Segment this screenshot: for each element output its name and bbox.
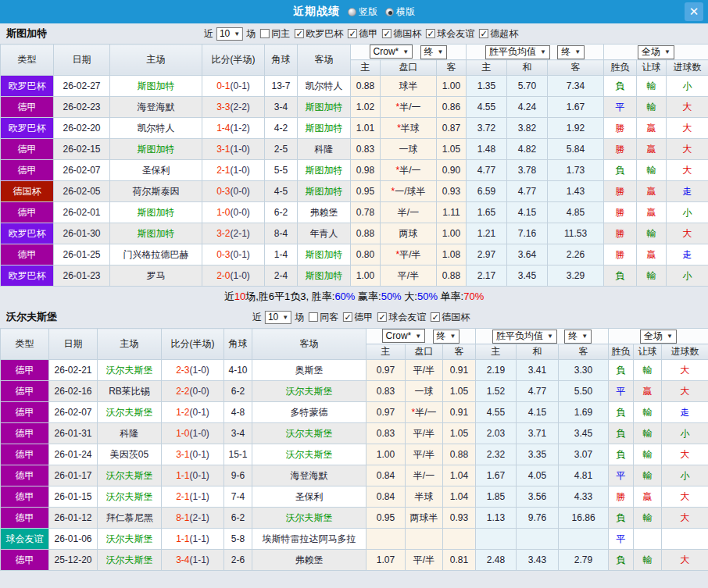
match-rows: 德甲26-02-21沃尔夫斯堡2-3(1-0)4-10奥斯堡0.97平/半0.9… — [1, 360, 708, 571]
league-badge: 德甲 — [1, 508, 49, 529]
summary-part: 60% — [334, 290, 355, 302]
col-header-type: 类型 — [1, 45, 54, 76]
average-stage-select[interactable]: 终▼ — [557, 45, 585, 59]
radio-selected-icon[interactable] — [385, 8, 394, 16]
crow-home-odds: 0.83 — [367, 423, 406, 444]
result: 平 — [604, 97, 637, 118]
sub-header-goals: 进球数 — [662, 344, 708, 360]
league-badge: 德甲 — [1, 202, 54, 223]
home-team: 科隆 — [98, 423, 162, 444]
checkbox-icon[interactable]: ✓ — [382, 29, 392, 38]
checkbox-icon[interactable] — [260, 29, 270, 38]
radio-unselected-icon[interactable] — [348, 8, 356, 16]
home-team: 门兴格拉德巴赫 — [110, 244, 202, 265]
competition-filter[interactable]: ✓欧罗巴杯 — [295, 27, 343, 41]
competition-filter[interactable]: ✓德超杯 — [479, 27, 518, 41]
summary-part: 50% — [381, 290, 402, 302]
goals-result: 大 — [667, 223, 708, 244]
checkbox-icon[interactable]: ✓ — [295, 29, 304, 38]
avg-draw-odds: 4.15 — [517, 402, 559, 423]
checkbox-icon[interactable]: ✓ — [426, 29, 435, 38]
games-count-select[interactable]: 10 ▼ — [216, 27, 243, 41]
score-cell: 1-4(1-2) — [202, 118, 265, 139]
competition-filter[interactable]: ✓德甲 — [343, 311, 373, 324]
match-date: 26-01-06 — [49, 529, 98, 550]
result: 負 — [604, 265, 637, 287]
score-cell: 1-1(1-1) — [162, 529, 224, 550]
crow-home-odds: 1.00 — [367, 444, 406, 465]
scope-select[interactable]: 全场▼ — [638, 45, 674, 59]
same-venue-filter[interactable]: 同客 — [309, 311, 338, 324]
goals-result: 小 — [662, 423, 708, 444]
checkbox-icon[interactable]: ✓ — [431, 312, 440, 322]
close-button[interactable]: ✕ — [685, 2, 703, 21]
handicap: *半球 — [381, 118, 437, 139]
corners: 1-4 — [265, 244, 298, 265]
titlebar: 近期战绩 竖版 横版 ✕ — [0, 0, 708, 23]
home-team: 凯尔特人 — [110, 118, 202, 139]
competition-filter[interactable]: ✓德国杯 — [382, 27, 421, 41]
away-team: 沃尔夫斯堡 — [252, 508, 367, 529]
result: 負 — [609, 444, 634, 465]
sub-header-crow-away: 客 — [437, 60, 467, 76]
avg-away-odds: 1.92 — [548, 118, 604, 139]
crow-home-odds: 0.97 — [367, 402, 406, 423]
score-cell: 3-2(2-1) — [202, 223, 265, 244]
match-row: 德甲25-12-20沃尔夫斯堡3-4(1-1)2-6弗赖堡1.07平/半0.81… — [1, 550, 708, 571]
competition-filter[interactable]: ✓德国杯 — [431, 311, 470, 324]
filter-bar: 近 10 ▼ 场 同主 ✓欧罗巴杯✓德甲✓德国杯✓球会友谊✓德超杯 — [204, 27, 518, 41]
competition-filter[interactable]: ✓球会友谊 — [377, 311, 426, 324]
bookmaker-select[interactable]: Crow*▼ — [370, 45, 413, 59]
checkbox-icon[interactable]: ✓ — [343, 312, 352, 322]
avg-draw-odds: 3.56 — [517, 486, 559, 508]
average-stage-select[interactable]: 终▼ — [564, 330, 592, 344]
recent-results-panel: 近期战绩 竖版 横版 ✕ 斯图加特 近 10 ▼ 场 同主 — [0, 0, 708, 588]
match-date: 26-01-24 — [49, 444, 98, 465]
home-team: 美因茨05 — [98, 444, 162, 465]
average-type-select[interactable]: 胜平负均值▼ — [492, 330, 557, 344]
result: 負 — [609, 423, 634, 444]
competition-filter[interactable]: ✓球会友谊 — [426, 27, 474, 41]
checkbox-icon[interactable]: ✓ — [479, 29, 488, 38]
league-badge: 德甲 — [1, 360, 49, 381]
corners: 4-2 — [265, 118, 298, 139]
sub-header-avg-home: 主 — [467, 60, 507, 76]
scope-select[interactable]: 全场▼ — [640, 330, 677, 344]
result: 平 — [609, 529, 634, 550]
handicap — [406, 529, 443, 550]
col-header-corner: 角球 — [265, 45, 298, 76]
away-team: 斯图加特 — [298, 244, 351, 265]
crow-home-odds — [367, 529, 406, 550]
games-count-select[interactable]: 10 ▼ — [265, 311, 291, 324]
odds-stage-select[interactable]: 终▼ — [433, 330, 460, 344]
summary-part: 场,胜6平1负3, 胜率: — [245, 290, 334, 302]
layout-horizontal-option[interactable]: 横版 — [385, 5, 415, 19]
crow-away-odds: 0.90 — [437, 160, 467, 181]
home-team: 圣保利 — [110, 160, 202, 181]
avg-home-odds: 1.21 — [467, 223, 507, 244]
score-cell: 8-1(2-1) — [162, 508, 224, 529]
match-row: 德国杯26-02-05荷尔斯泰因0-3(0-0)4-5斯图加特0.95*一/球半… — [1, 181, 708, 202]
crow-away-odds: 1.08 — [437, 244, 467, 265]
sub-header-goals: 进球数 — [667, 60, 708, 76]
odds-stage-select[interactable]: 终▼ — [420, 45, 448, 59]
layout-vertical-option[interactable]: 竖版 — [348, 5, 377, 19]
league-badge: 欧罗巴杯 — [1, 76, 54, 97]
checkbox-icon[interactable]: ✓ — [348, 29, 357, 38]
checkbox-icon[interactable] — [309, 312, 318, 322]
crow-home-odds: 0.95 — [351, 181, 381, 202]
handicap: *一/球半 — [381, 181, 437, 202]
average-type-select[interactable]: 胜平负均值▼ — [485, 45, 550, 59]
league-badge: 欧罗巴杯 — [1, 265, 54, 287]
result: 勝 — [604, 139, 637, 160]
checkbox-icon[interactable]: ✓ — [377, 312, 387, 322]
crow-away-odds: 0.93 — [437, 181, 467, 202]
crow-away-odds: 1.04 — [443, 486, 476, 508]
bookmaker-select[interactable]: Crow*▼ — [382, 329, 426, 343]
same-venue-filter[interactable]: 同主 — [260, 27, 290, 41]
home-team: 海登海默 — [110, 97, 202, 118]
col-header-home: 主场 — [110, 45, 202, 76]
avg-away-odds: 5.50 — [559, 381, 609, 402]
handicap: 半/一 — [381, 202, 437, 223]
competition-filter[interactable]: ✓德甲 — [348, 27, 377, 41]
